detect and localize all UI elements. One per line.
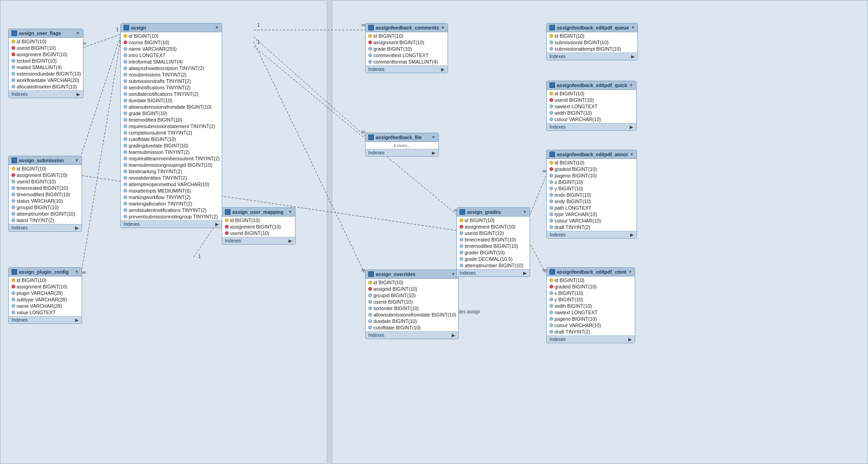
footer-arrow[interactable]: ▶ xyxy=(432,150,436,155)
table-header-assignfeedback_file[interactable]: assignfeedback_file▼ xyxy=(366,133,438,142)
footer-arrow[interactable]: ▶ xyxy=(523,270,527,276)
table-icon-assign_overrides xyxy=(368,271,374,277)
table-footer-assignfeedback_editpdf_cmnt[interactable]: Indexes▶ xyxy=(547,335,635,343)
footer-arrow[interactable]: ▶ xyxy=(628,337,632,342)
field-icon xyxy=(549,117,553,121)
table-body-assign: id BIGINT(10)course BIGINT(10)name VARCH… xyxy=(121,32,222,220)
table-header-assign_grades[interactable]: assign_grades▼ xyxy=(457,208,530,217)
footer-arrow[interactable]: ▶ xyxy=(631,54,635,59)
field-icon xyxy=(549,47,553,51)
table-footer-assign_user_flags[interactable]: Indexes▶ xyxy=(9,90,83,98)
field-row: allowsubmissionsfromdate BIGINT(10) xyxy=(366,311,458,318)
field-row: id BIGINT(10) xyxy=(547,33,638,39)
table-footer-assign_user_mapping[interactable]: Indexes▶ xyxy=(222,237,295,244)
field-name: maxattempts MEDIUMINT(6) xyxy=(129,188,191,194)
field-icon xyxy=(12,40,15,43)
table-footer-assign_grades[interactable]: Indexes▶ xyxy=(457,269,530,276)
field-icon xyxy=(225,231,229,235)
sort-icon-assign_overrides[interactable]: ▼ xyxy=(451,272,455,276)
table-body-assign_user_mapping: id BIGINT(10)assignment BIGINT(10)userid… xyxy=(222,217,295,237)
footer-arrow[interactable]: ▶ xyxy=(630,124,633,129)
field-icon xyxy=(124,144,127,147)
table-footer-assignfeedback_editpdf_queue[interactable]: Indexes▶ xyxy=(547,53,638,60)
field-name: cutoffdate BIGINT(10) xyxy=(129,136,176,142)
table-assignfeedback_editpdf_cmnt: assignfeedback_editpdf_cmnt▼id BIGINT(10… xyxy=(546,267,635,343)
table-header-assign_submission[interactable]: assign_submission▼ xyxy=(9,156,82,165)
table-icon-assign_submission xyxy=(12,158,17,163)
table-header-assign_plugin_config[interactable]: assign_plugin_config▼ xyxy=(9,268,82,276)
field-name: id BIGINT(10) xyxy=(373,33,403,39)
field-icon xyxy=(124,176,127,180)
field-name: nosubmissions TINYINT(2) xyxy=(129,72,187,77)
table-header-assignfeedback_editpdf_queue[interactable]: assignfeedback_editpdf_queue▼ xyxy=(547,23,638,32)
field-row: course BIGINT(10) xyxy=(121,39,222,46)
sort-icon-assignfeedback_editpdf_queue[interactable]: ▼ xyxy=(631,25,635,30)
sort-icon-assign_plugin_config[interactable]: ▼ xyxy=(75,270,79,274)
footer-arrow[interactable]: ▶ xyxy=(452,333,455,338)
sort-icon-assignfeedback_comments[interactable]: ▼ xyxy=(441,25,445,30)
sort-icon-assign[interactable]: ▼ xyxy=(215,25,219,30)
table-header-assignfeedback_editpdf_annot[interactable]: assignfeedback_editpdf_annot▼ xyxy=(547,150,637,159)
table-header-assign_user_flags[interactable]: assign_user_flags▼ xyxy=(9,29,83,38)
field-icon xyxy=(460,257,463,261)
table-footer-assign_plugin_config[interactable]: Indexes▶ xyxy=(9,316,82,323)
table-body-assign_user_flags: id BIGINT(10)userid BIGINT(10)assignment… xyxy=(9,38,83,90)
footer-arrow[interactable]: ▶ xyxy=(75,225,79,230)
field-row: submissionid BIGINT(10) xyxy=(547,39,638,46)
sort-icon-assign_user_flags[interactable]: ▼ xyxy=(76,31,80,35)
field-icon xyxy=(460,225,463,229)
table-footer-assign_overrides[interactable]: Indexes▶ xyxy=(366,331,458,339)
field-icon xyxy=(12,173,15,177)
field-row: duedate BIGINT(10) xyxy=(121,97,222,104)
sort-icon-assign_user_mapping[interactable]: ▼ xyxy=(288,210,292,214)
sort-icon-assign_grades[interactable]: ▼ xyxy=(523,210,527,214)
field-icon xyxy=(124,34,127,38)
table-header-assignfeedback_editpdf_quick[interactable]: assignfeedback_editpdf_quick▼ xyxy=(547,81,636,90)
field-name: userid BIGINT(10) xyxy=(230,230,269,236)
field-icon xyxy=(12,59,15,63)
table-header-assignfeedback_editpdf_cmnt[interactable]: assignfeedback_editpdf_cmnt▼ xyxy=(547,268,635,276)
table-header-assign[interactable]: assign▼ xyxy=(121,23,222,32)
table-icon-assign_user_mapping xyxy=(225,209,230,215)
field-icon xyxy=(12,193,15,196)
sort-icon-assign_submission[interactable]: ▼ xyxy=(75,158,79,163)
field-name: submissionid BIGINT(10) xyxy=(555,40,608,45)
sort-icon-assignfeedback_editpdf_quick[interactable]: ▼ xyxy=(629,83,633,88)
field-row: cutoffdate BIGINT(10) xyxy=(366,324,458,331)
footer-arrow[interactable]: ▶ xyxy=(77,92,80,97)
table-footer-assignfeedback_comments[interactable]: Indexes▶ xyxy=(366,65,448,73)
table-footer-assign_submission[interactable]: Indexes▶ xyxy=(9,224,82,231)
field-row: sortorder BIGINT(10) xyxy=(366,305,458,311)
sort-icon-assignfeedback_editpdf_cmnt[interactable]: ▼ xyxy=(628,270,632,274)
footer-arrow[interactable]: ▶ xyxy=(441,67,445,72)
field-name: markingworkflow TINYINT(2) xyxy=(129,194,191,200)
field-name: endx BIGINT(10) xyxy=(555,192,591,198)
field-name: allowsubmissionsfromdate BIGINT(10) xyxy=(373,312,456,317)
field-row: timemodified BIGINT(10) xyxy=(121,117,222,123)
table-footer-assign[interactable]: Indexes▶ xyxy=(121,220,222,228)
table-header-assign_overrides[interactable]: assign_overrides▼ xyxy=(366,270,458,279)
field-name: colour VARCHAR(10) xyxy=(555,323,601,328)
field-row: endy BIGINT(10) xyxy=(547,198,637,205)
footer-arrow[interactable]: ▶ xyxy=(289,238,292,243)
field-icon xyxy=(549,105,553,108)
field-icon xyxy=(549,180,553,184)
footer-arrow[interactable]: ▶ xyxy=(630,232,634,237)
field-icon xyxy=(225,218,229,222)
field-icon xyxy=(12,278,15,282)
table-footer-assignfeedback_editpdf_quick[interactable]: Indexes▶ xyxy=(547,123,636,130)
table-footer-assignfeedback_editpdf_annot[interactable]: Indexes▶ xyxy=(547,231,637,238)
field-icon xyxy=(12,212,15,216)
sort-icon-assignfeedback_file[interactable]: ▼ xyxy=(431,135,436,140)
table-header-assign_user_mapping[interactable]: assign_user_mapping▼ xyxy=(222,208,295,217)
footer-arrow[interactable]: ▶ xyxy=(75,317,79,323)
field-row: x BIGINT(10) xyxy=(547,179,637,185)
table-footer-assignfeedback_file[interactable]: Indexes▶ xyxy=(366,149,438,156)
footer-arrow[interactable]: ▶ xyxy=(215,222,219,227)
field-row: endx BIGINT(10) xyxy=(547,192,637,198)
table-header-assignfeedback_comments[interactable]: assignfeedback_comments▼ xyxy=(366,23,448,32)
field-icon xyxy=(368,47,372,51)
field-name: locked BIGINT(10) xyxy=(17,58,57,64)
sort-icon-assignfeedback_editpdf_annot[interactable]: ▼ xyxy=(630,152,634,157)
table-name-assignfeedback_editpdf_annot: assignfeedback_editpdf_annot xyxy=(557,152,628,157)
